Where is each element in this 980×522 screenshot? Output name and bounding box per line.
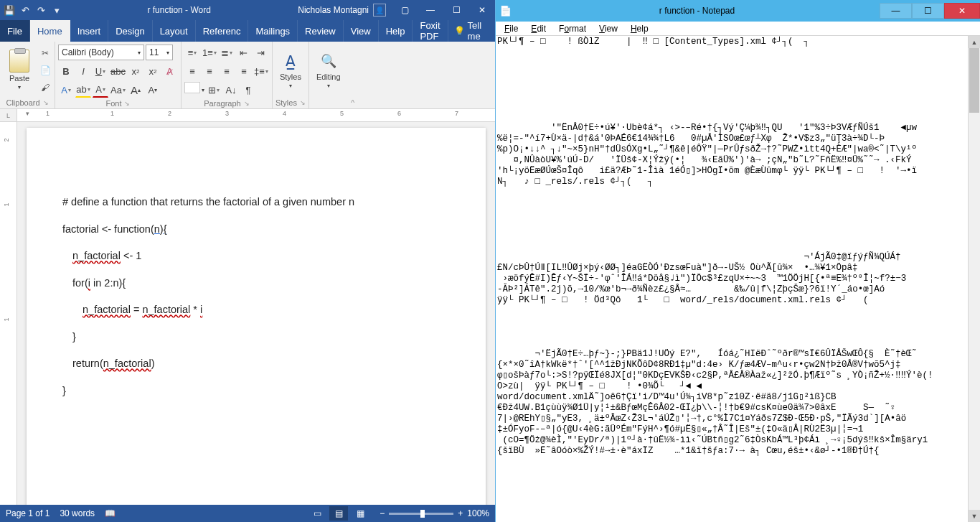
styles-launcher-icon[interactable]: ↘ xyxy=(300,99,306,106)
code-line[interactable]: n_factorial = n_factorial * i xyxy=(62,300,450,320)
tab-references[interactable]: Referenc xyxy=(196,20,249,42)
menu-file[interactable]: File xyxy=(499,23,524,34)
zoom-level[interactable]: 100% xyxy=(467,508,489,518)
word-count[interactable]: 30 words xyxy=(60,508,95,518)
zoom-thumb[interactable] xyxy=(420,510,425,518)
change-case-button[interactable]: Aa▾ xyxy=(110,82,126,98)
font-launcher-icon[interactable]: ↘ xyxy=(124,100,130,107)
subscript-button[interactable]: x2 xyxy=(128,63,143,79)
scroll-up-icon[interactable]: ▲ xyxy=(969,36,980,48)
tab-help[interactable]: Help xyxy=(379,20,413,42)
web-layout-icon[interactable]: ▦ xyxy=(351,506,369,521)
font-size-combo[interactable]: 11▾ xyxy=(146,45,173,60)
align-right-button[interactable]: ≡ xyxy=(219,63,235,79)
collapse-ribbon-icon[interactable]: ^ xyxy=(348,42,358,108)
multilevel-button[interactable]: ≣▾ xyxy=(219,45,235,60)
increase-indent-button[interactable]: ⇥ xyxy=(253,45,269,60)
tab-home[interactable]: Home xyxy=(30,20,70,42)
tab-layout[interactable]: Layout xyxy=(153,20,196,42)
menu-edit[interactable]: Edit xyxy=(525,23,552,34)
grow-font-button[interactable]: A▴ xyxy=(128,82,143,98)
borders-button[interactable]: ⊞▾ xyxy=(206,82,222,98)
code-line[interactable]: return(n_factorial) xyxy=(62,354,450,374)
clipboard-launcher-icon[interactable]: ↘ xyxy=(43,99,49,106)
code-line[interactable]: n_factorial <- 1 xyxy=(62,246,450,266)
numbering-button[interactable]: 1≡▾ xyxy=(202,45,217,60)
sort-button[interactable]: A↓ xyxy=(223,82,239,98)
paste-dropdown-icon[interactable]: ▾ xyxy=(18,84,21,90)
bold-button[interactable]: B xyxy=(58,63,74,79)
tab-foxit[interactable]: Foxit PDF xyxy=(413,20,448,42)
maximize-button[interactable]: ☐ xyxy=(443,0,469,20)
tell-me-search[interactable]: 💡 Tell me xyxy=(448,20,488,42)
editing-button[interactable]: 🔍 Editing ▾ xyxy=(312,43,345,97)
format-painter-icon[interactable]: 🖌 xyxy=(39,81,52,94)
show-marks-button[interactable]: ¶ xyxy=(240,82,256,98)
code-line[interactable]: # define a function that returns the fac… xyxy=(62,192,450,213)
underline-button[interactable]: U▾ xyxy=(93,63,108,79)
ribbon-options-icon[interactable]: ▢ xyxy=(392,0,418,20)
styles-button[interactable]: A̲ Styles ▾ xyxy=(275,43,306,97)
tab-mailings[interactable]: Mailings xyxy=(248,20,298,42)
qat-dropdown-icon[interactable]: ▾ xyxy=(50,4,63,17)
scroll-thumb[interactable] xyxy=(969,48,979,113)
print-layout-icon[interactable]: ▤ xyxy=(329,506,348,521)
justify-button[interactable]: ≡ xyxy=(236,63,252,79)
page-scroll[interactable]: # define a function that returns the fac… xyxy=(17,122,495,505)
menu-view[interactable]: View xyxy=(593,23,623,34)
superscript-button[interactable]: x2 xyxy=(145,63,161,79)
line-spacing-button[interactable]: ‡≡▾ xyxy=(253,63,269,79)
tab-review[interactable]: Review xyxy=(298,20,344,42)
font-color-button[interactable]: A▾ xyxy=(93,82,108,98)
minimize-button[interactable]: — xyxy=(418,0,443,20)
font-name-combo[interactable]: Calibri (Body)▾ xyxy=(58,45,144,60)
italic-button[interactable]: I xyxy=(75,63,91,79)
np-maximize-button[interactable]: ☐ xyxy=(912,3,944,19)
tab-view[interactable]: View xyxy=(344,20,379,42)
zoom-slider[interactable] xyxy=(389,513,453,515)
notepad-textarea[interactable]: PK└┘¶ – □ ! ßÒlZ | ‼ □ [Content_Types].x… xyxy=(496,36,968,522)
tab-design[interactable]: Design xyxy=(108,20,152,42)
tab-insert[interactable]: Insert xyxy=(70,20,109,42)
zoom-out-button[interactable]: − xyxy=(380,508,385,518)
copy-icon[interactable]: 📄 xyxy=(39,64,52,77)
shrink-font-button[interactable]: A▾ xyxy=(145,82,161,98)
strikethrough-button[interactable]: abc xyxy=(110,63,126,79)
bullets-button[interactable]: ≡▾ xyxy=(184,45,200,60)
undo-icon[interactable]: ↶ xyxy=(19,4,32,17)
notepad-scrollbar[interactable]: ▲ ▼ xyxy=(968,36,980,522)
zoom-in-button[interactable]: + xyxy=(458,508,463,518)
align-left-button[interactable]: ≡ xyxy=(184,63,200,79)
cut-icon[interactable]: ✂ xyxy=(39,47,52,60)
tab-file[interactable]: File xyxy=(0,20,30,42)
page[interactable]: # define a function that returns the fac… xyxy=(27,128,486,505)
decrease-indent-button[interactable]: ⇤ xyxy=(236,45,252,60)
user-account[interactable]: Nicholas Montagni 👤 xyxy=(292,4,392,17)
ruler-horizontal[interactable]: L ▾ 1 1 2 3 4 5 6 7 xyxy=(0,109,495,122)
paragraph-launcher-icon[interactable]: ↘ xyxy=(244,100,250,107)
code-line[interactable]: } xyxy=(62,381,450,401)
paste-button[interactable]: Paste ▾ xyxy=(3,43,36,97)
align-center-button[interactable]: ≡ xyxy=(202,63,217,79)
np-close-button[interactable]: ✕ xyxy=(944,3,980,19)
ruler-corner[interactable]: L xyxy=(0,109,17,121)
menu-format[interactable]: Format xyxy=(553,23,592,34)
np-minimize-button[interactable]: — xyxy=(880,3,912,19)
code-line[interactable]: } xyxy=(62,327,450,348)
scroll-down-icon[interactable]: ▼ xyxy=(969,510,980,522)
text-effects-button[interactable]: A▾ xyxy=(58,82,74,98)
save-icon[interactable]: 💾 xyxy=(3,4,16,17)
menu-help[interactable]: Help xyxy=(625,23,654,34)
code-line[interactable]: factorial <- function(n){ xyxy=(62,220,450,240)
shading-button[interactable] xyxy=(184,82,200,93)
read-mode-icon[interactable]: ▭ xyxy=(308,506,326,521)
redo-icon[interactable]: ↷ xyxy=(34,4,47,17)
code-line[interactable]: for(i in 2:n){ xyxy=(62,274,450,294)
close-button[interactable]: ✕ xyxy=(469,0,495,20)
clear-formatting-icon[interactable]: A̷ xyxy=(162,63,178,79)
highlight-button[interactable]: ab▾ xyxy=(75,82,91,98)
page-indicator[interactable]: Page 1 of 1 xyxy=(6,508,50,518)
proofing-icon[interactable]: 📖 xyxy=(105,508,116,518)
ruler-vertical[interactable]: 2 1 1 xyxy=(0,122,17,505)
ruler-ticks[interactable]: ▾ 1 1 2 3 4 5 6 7 xyxy=(17,109,495,121)
